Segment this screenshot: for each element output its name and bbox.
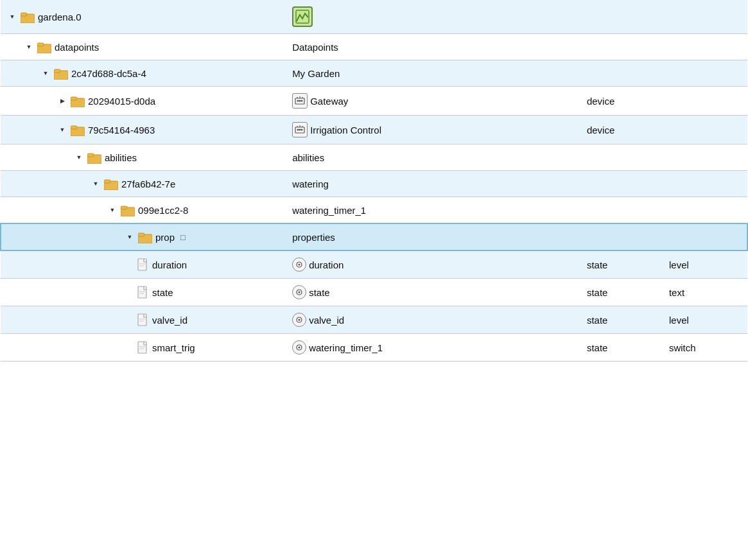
item-label: gardena.0 (38, 12, 82, 22)
desc-text: duration (309, 259, 344, 270)
folder-icon (70, 94, 85, 107)
file-icon (137, 286, 150, 299)
desc-text: watering_timer_1 (309, 342, 383, 353)
table-row[interactable]: smart_trig watering_timer_1stateswitch (1, 334, 747, 362)
item-label: abilities (105, 152, 137, 163)
folder-icon (87, 151, 102, 164)
map-icon (292, 6, 313, 27)
svg-point-14 (297, 100, 299, 102)
svg-point-23 (297, 129, 299, 131)
table-row[interactable]: datapointsDatapoints (1, 34, 747, 60)
folder-icon (103, 177, 119, 190)
table-row[interactable]: 27fa6b42-7ewatering (1, 171, 747, 197)
type-text: state (587, 259, 608, 270)
item-label: datapoints (55, 42, 99, 53)
svg-point-15 (299, 100, 301, 102)
item-label: 20294015-d0da (88, 96, 155, 107)
svg-rect-27 (87, 153, 94, 157)
tree-arrow[interactable] (107, 205, 117, 215)
svg-point-24 (299, 129, 301, 131)
table-row[interactable]: valve_id valve_idstatelevel (1, 306, 747, 334)
type-text: state (587, 315, 608, 326)
svg-rect-18 (71, 126, 77, 129)
svg-rect-1 (21, 13, 27, 16)
tree-arrow[interactable] (7, 12, 17, 22)
tree-arrow[interactable] (24, 42, 34, 52)
file-icon (137, 341, 150, 354)
folder-icon (120, 204, 135, 216)
desc-text: Irrigation Control (310, 125, 381, 136)
folder-icon (137, 231, 153, 243)
tree-arrow[interactable] (74, 152, 84, 162)
desc-text: watering (292, 179, 329, 189)
item-label: state (152, 287, 173, 298)
desc-text: valve_id (309, 315, 344, 326)
desc-text: Datapoints (292, 42, 338, 53)
svg-point-43 (299, 292, 300, 293)
tree-arrow[interactable] (125, 232, 135, 242)
type-text: device (587, 96, 614, 107)
svg-rect-9 (71, 97, 77, 100)
device-icon (292, 93, 308, 109)
table-row[interactable]: abilitiesabilities (1, 144, 747, 171)
item-label: valve_id (152, 315, 187, 326)
tree-arrow[interactable] (57, 96, 67, 106)
table-row[interactable]: 099e1cc2-8watering_timer_1 (1, 197, 747, 224)
item-label: duration (152, 259, 187, 270)
folder-icon (20, 10, 35, 23)
table-row[interactable]: gardena.0 (1, 0, 747, 34)
type-text: device (587, 125, 614, 136)
type-text: state (587, 287, 608, 298)
table-row[interactable]: prop□properties (1, 223, 747, 250)
svg-point-25 (301, 129, 303, 131)
tree-arrow[interactable] (40, 68, 51, 78)
desc-text: Gateway (310, 96, 348, 107)
copy-icon[interactable]: □ (177, 231, 189, 243)
item-label: smart_trig (152, 342, 195, 353)
tree-arrow[interactable] (91, 179, 101, 189)
file-icon (137, 313, 150, 326)
device-icon (292, 122, 308, 137)
file-icon (137, 258, 150, 271)
state-icon (292, 258, 306, 272)
item-label: 099e1cc2-8 (138, 205, 188, 216)
svg-point-53 (299, 347, 300, 349)
folder-icon (53, 67, 69, 80)
folder-icon (37, 40, 52, 53)
table-row[interactable]: duration durationstatelevel (1, 250, 747, 279)
table-row[interactable]: 20294015-d0da Gatewaydevice (1, 87, 747, 116)
svg-rect-34 (138, 259, 146, 270)
state-icon (292, 285, 306, 299)
role-text: switch (669, 342, 696, 353)
item-label: 2c47d688-dc5a-4 (71, 68, 146, 79)
tree-table: gardena.0 datapointsDatapoints 2c47d688-… (0, 0, 748, 362)
desc-text: My Garden (292, 68, 340, 79)
item-label: 79c54164-4963 (88, 125, 155, 136)
state-icon (292, 313, 306, 327)
svg-rect-44 (138, 314, 146, 326)
table-row[interactable]: state statestatetext (1, 279, 747, 306)
svg-point-48 (299, 319, 300, 321)
item-label: 27fa6b42-7e (121, 179, 175, 189)
svg-point-38 (299, 264, 300, 266)
table-row[interactable]: 2c47d688-dc5a-4My Garden (1, 60, 747, 87)
role-text: level (669, 315, 689, 326)
state-icon (292, 340, 306, 354)
table-row[interactable]: 79c54164-4963 Irrigation Controldevice (1, 116, 747, 144)
item-label: prop (155, 232, 175, 243)
role-text: text (669, 287, 684, 298)
tree-arrow[interactable] (57, 125, 67, 135)
folder-icon (70, 123, 85, 136)
svg-rect-7 (54, 69, 60, 73)
svg-rect-5 (37, 43, 44, 46)
desc-text: watering_timer_1 (292, 205, 366, 216)
svg-rect-29 (104, 180, 110, 183)
desc-text: properties (292, 232, 335, 243)
type-text: state (587, 342, 608, 353)
svg-rect-39 (138, 286, 146, 298)
role-text: level (669, 259, 689, 270)
svg-rect-33 (138, 233, 144, 236)
desc-text: state (309, 287, 330, 298)
desc-text: abilities (292, 152, 324, 163)
svg-rect-31 (121, 206, 127, 209)
